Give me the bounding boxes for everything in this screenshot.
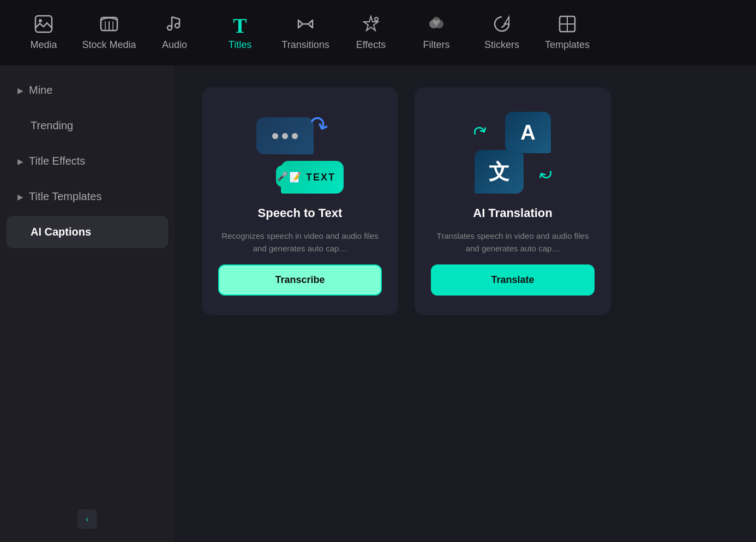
templates-icon bbox=[558, 15, 577, 36]
nav-label-filters: Filters bbox=[423, 39, 450, 51]
svg-point-11 bbox=[433, 17, 440, 25]
transitions-icon bbox=[296, 15, 315, 36]
collapse-icon: ‹ bbox=[86, 514, 88, 524]
filters-icon bbox=[427, 15, 446, 36]
sidebar-item-trending[interactable]: Trending bbox=[7, 110, 168, 142]
svg-rect-0 bbox=[35, 16, 52, 32]
nav-label-stock-media: Stock Media bbox=[82, 39, 136, 51]
audio-icon bbox=[165, 15, 184, 36]
transcribe-button[interactable]: Transcribe bbox=[218, 264, 382, 296]
sidebar-item-mine[interactable]: ▶ Mine bbox=[7, 74, 168, 106]
nav-label-effects: Effects bbox=[356, 39, 386, 51]
titles-icon: T bbox=[233, 15, 247, 36]
sidebar-item-label-title-effects: Title Effects bbox=[29, 155, 85, 167]
sidebar-item-label-trending: Trending bbox=[31, 119, 73, 132]
chevron-right-icon-templates: ▶ bbox=[17, 192, 23, 201]
nav-item-stickers[interactable]: Stickers bbox=[469, 0, 535, 65]
svg-point-8 bbox=[375, 17, 378, 21]
sidebar: ▶ Mine Trending ▶ Title Effects ▶ Title … bbox=[0, 65, 175, 542]
sidebar-item-label-title-templates: Title Templates bbox=[29, 190, 101, 203]
nav-item-transitions[interactable]: Transitions bbox=[273, 0, 338, 65]
sidebar-item-title-templates[interactable]: ▶ Title Templates bbox=[7, 180, 168, 213]
nav-label-transitions: Transitions bbox=[281, 39, 329, 51]
speech-to-text-card: ↷ 📝 TEXT 🎤 Speech to Text Recognizes spe… bbox=[202, 87, 398, 315]
sidebar-item-ai-captions[interactable]: AI Captions bbox=[7, 216, 168, 248]
nav-item-effects[interactable]: Effects bbox=[338, 0, 404, 65]
stock-media-icon bbox=[100, 15, 118, 36]
speech-to-text-title: Speech to Text bbox=[258, 206, 343, 220]
svg-point-1 bbox=[39, 19, 42, 22]
effects-icon bbox=[362, 15, 380, 36]
nav-item-filters[interactable]: Filters bbox=[404, 0, 469, 65]
sidebar-collapse-button[interactable]: ‹ bbox=[77, 509, 97, 529]
nav-label-templates: Templates bbox=[545, 39, 590, 51]
speech-to-text-illustration: ↷ 📝 TEXT 🎤 bbox=[256, 109, 344, 196]
nav-label-audio: Audio bbox=[162, 39, 187, 51]
nav-item-templates[interactable]: Templates bbox=[535, 0, 600, 65]
top-nav: Media Stock Media Audio T Titles bbox=[0, 0, 756, 65]
nav-item-media[interactable]: Media bbox=[11, 0, 76, 65]
ai-translation-card: A ↷ ↷ 文 AI Translation Translates speech… bbox=[415, 87, 611, 315]
ai-translation-title: AI Translation bbox=[473, 206, 552, 220]
nav-item-audio[interactable]: Audio bbox=[142, 0, 207, 65]
stickers-icon bbox=[493, 15, 511, 36]
sidebar-item-title-effects[interactable]: ▶ Title Effects bbox=[7, 145, 168, 177]
main-area: ▶ Mine Trending ▶ Title Effects ▶ Title … bbox=[0, 65, 756, 542]
sidebar-item-label-ai-captions: AI Captions bbox=[31, 226, 91, 238]
nav-item-stock-media[interactable]: Stock Media bbox=[76, 0, 142, 65]
chevron-right-icon-effects: ▶ bbox=[17, 157, 23, 166]
media-icon bbox=[34, 15, 53, 36]
chevron-right-icon: ▶ bbox=[17, 86, 23, 95]
sidebar-item-label-mine: Mine bbox=[29, 84, 52, 97]
ai-translation-illustration: A ↷ ↷ 文 bbox=[469, 109, 556, 196]
nav-label-media: Media bbox=[30, 39, 57, 51]
svg-marker-7 bbox=[364, 16, 378, 31]
nav-label-stickers: Stickers bbox=[484, 39, 519, 51]
speech-to-text-description: Recognizes speech in video and audio fil… bbox=[218, 230, 382, 255]
translate-button[interactable]: Translate bbox=[431, 264, 595, 296]
nav-label-titles: Titles bbox=[229, 39, 251, 51]
nav-item-titles[interactable]: T Titles bbox=[207, 0, 273, 65]
ai-translation-description: Translates speech in video and audio fil… bbox=[431, 230, 595, 255]
content-area: ↷ 📝 TEXT 🎤 Speech to Text Recognizes spe… bbox=[175, 65, 756, 542]
